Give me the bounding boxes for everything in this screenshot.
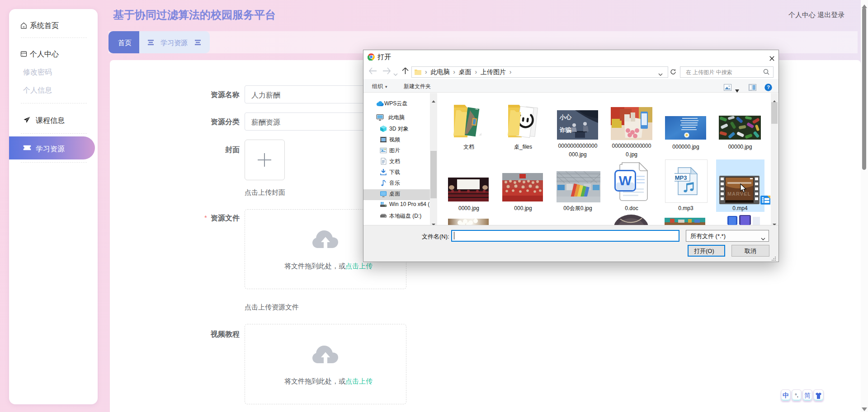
svg-text:?: ? [767, 84, 770, 90]
svg-text:诈骗: 诈骗 [559, 126, 571, 133]
svg-text:MP3: MP3 [675, 174, 687, 181]
svg-text:W: W [619, 173, 632, 188]
svg-text:小心: 小心 [559, 114, 572, 121]
svg-text:MARVEL: MARVEL [727, 191, 751, 197]
